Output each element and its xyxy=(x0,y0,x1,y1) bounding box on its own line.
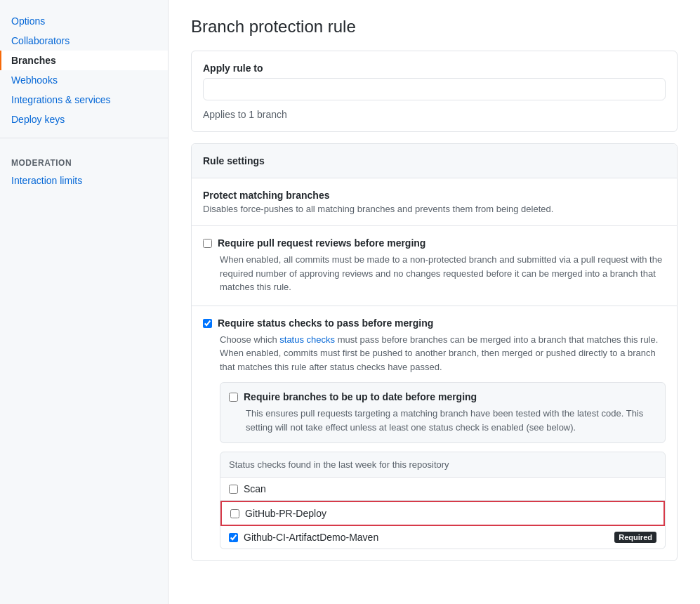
sidebar-item-interaction-limits[interactable]: Interaction limits xyxy=(0,171,168,190)
sidebar: Options Collaborators Branches Webhooks … xyxy=(0,0,169,604)
sidebar-item-deploy-keys[interactable]: Deploy keys xyxy=(0,110,168,129)
status-check-github-pr-deploy: GitHub-PR-Deploy xyxy=(220,501,665,526)
pr-reviews-desc: When enabled, all commits must be made t… xyxy=(220,253,666,294)
status-checks-link[interactable]: status checks xyxy=(279,334,335,345)
sidebar-item-options[interactable]: Options xyxy=(0,11,168,31)
status-check-ci-artifact: Github-CI-ArtifactDemo-Maven Required xyxy=(220,526,665,549)
protect-desc: Disables force-pushes to all matching br… xyxy=(203,204,666,214)
apply-rule-input[interactable] xyxy=(203,78,666,100)
sidebar-divider xyxy=(0,138,168,138)
up-to-date-label[interactable]: Require branches to be up to date before… xyxy=(244,391,477,402)
sidebar-item-webhooks[interactable]: Webhooks xyxy=(0,70,168,90)
status-checks-label[interactable]: Require status checks to pass before mer… xyxy=(218,317,433,329)
status-checks-checkbox[interactable] xyxy=(203,319,212,328)
status-check-scan: Scan xyxy=(220,478,665,501)
required-badge: Required xyxy=(614,532,656,543)
sidebar-item-integrations[interactable]: Integrations & services xyxy=(0,90,168,110)
up-to-date-checkbox[interactable] xyxy=(229,393,238,402)
protect-title: Protect matching branches xyxy=(203,190,666,201)
status-checks-section: Require status checks to pass before mer… xyxy=(192,306,677,561)
status-checks-desc: Choose which status checks must pass bef… xyxy=(220,333,666,374)
up-to-date-sub-rule: Require branches to be up to date before… xyxy=(220,382,666,443)
scan-checkbox[interactable] xyxy=(229,485,238,494)
up-to-date-desc: This ensures pull requests targeting a m… xyxy=(246,407,656,434)
applies-text: Applies to 1 branch xyxy=(203,109,666,120)
rule-settings-header: Rule settings xyxy=(192,144,677,178)
rule-settings-card: Rule settings Protect matching branches … xyxy=(191,143,678,561)
pr-reviews-checkbox[interactable] xyxy=(203,239,212,248)
status-checks-box: Status checks found in the last week for… xyxy=(220,452,666,549)
sidebar-moderation-section: Moderation xyxy=(0,147,168,171)
apply-rule-card: Apply rule to Applies to 1 branch xyxy=(191,51,678,132)
protect-matching-section: Protect matching branches Disables force… xyxy=(192,178,677,226)
scan-label[interactable]: Scan xyxy=(244,483,266,494)
status-checks-desc-text1: Choose which xyxy=(220,334,279,345)
ci-artifact-checkbox[interactable] xyxy=(229,533,238,542)
status-checks-box-header: Status checks found in the last week for… xyxy=(220,452,665,478)
pr-reviews-label[interactable]: Require pull request reviews before merg… xyxy=(218,237,425,249)
main-content: Branch protection rule Apply rule to App… xyxy=(169,0,700,604)
github-pr-deploy-checkbox[interactable] xyxy=(230,509,239,518)
page-title: Branch protection rule xyxy=(191,17,678,37)
pull-request-reviews-section: Require pull request reviews before merg… xyxy=(192,226,677,306)
sidebar-item-branches[interactable]: Branches xyxy=(0,51,168,70)
sidebar-item-collaborators[interactable]: Collaborators xyxy=(0,31,168,51)
apply-rule-label: Apply rule to xyxy=(203,63,666,74)
github-pr-deploy-label[interactable]: GitHub-PR-Deploy xyxy=(245,508,326,519)
ci-artifact-label[interactable]: Github-CI-ArtifactDemo-Maven xyxy=(244,532,378,543)
